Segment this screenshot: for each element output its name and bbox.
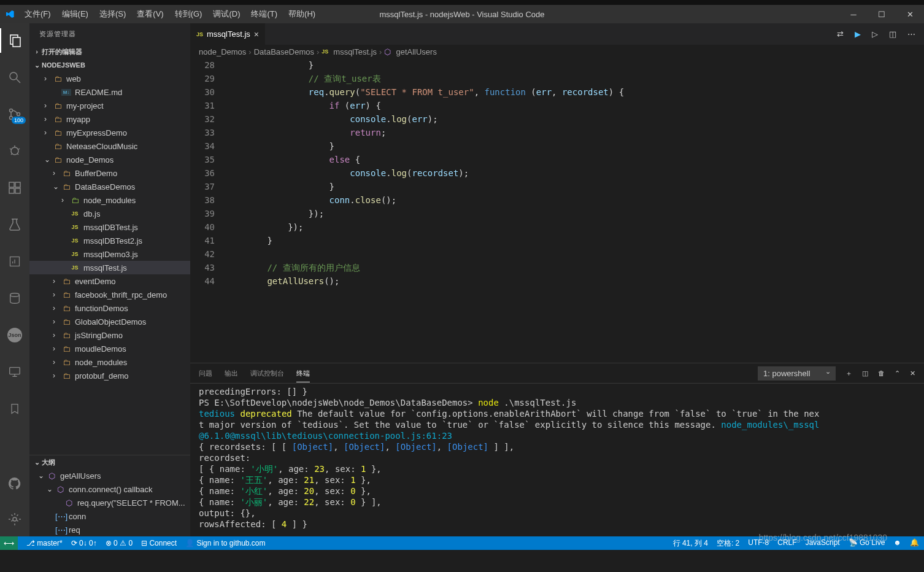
- go-live[interactable]: 📡 Go Live: [849, 538, 885, 549]
- breadcrumb-item[interactable]: DataBaseDemos: [254, 47, 314, 56]
- tree-item[interactable]: JSmssqlDBTest.js: [29, 220, 190, 234]
- remote-icon[interactable]: [0, 360, 29, 384]
- trash-icon[interactable]: 🗑: [878, 369, 885, 377]
- menu-item[interactable]: 转到(G): [170, 9, 207, 20]
- explorer-icon[interactable]: [0, 28, 29, 53]
- tree-item[interactable]: ›🗀protobuf_demo: [29, 369, 190, 382]
- outline-item[interactable]: [⋯]conn: [29, 509, 190, 523]
- outline-section[interactable]: ⌄大纲: [29, 455, 190, 469]
- indentation[interactable]: 空格: 2: [717, 538, 739, 549]
- npm-icon[interactable]: [0, 249, 29, 274]
- problems-status[interactable]: ⊗ 0 ⚠ 0: [106, 539, 133, 547]
- search-icon[interactable]: [0, 65, 29, 90]
- language-mode[interactable]: JavaScript: [806, 538, 840, 549]
- bookmark-icon[interactable]: [0, 396, 29, 421]
- tree-item[interactable]: ›🗀myapp: [29, 112, 190, 126]
- split-terminal-icon[interactable]: ◫: [862, 369, 868, 377]
- feedback-icon[interactable]: ☻: [893, 538, 901, 549]
- panel-tab[interactable]: 调试控制台: [250, 369, 284, 378]
- extensions-icon[interactable]: [0, 176, 29, 200]
- tree-item[interactable]: JSdb.js: [29, 207, 190, 220]
- tree-item[interactable]: M↓README.md: [29, 85, 190, 99]
- tree-item[interactable]: ›🗀myExpressDemo: [29, 126, 190, 139]
- tab-mssqltest[interactable]: JS mssqlTest.js ×: [190, 23, 265, 45]
- tree-item[interactable]: ›🗀BufferDemo: [29, 166, 190, 180]
- breadcrumbs[interactable]: node_Demos›DataBaseDemos›JSmssqlTest.js›…: [190, 45, 924, 58]
- settings-icon[interactable]: [0, 507, 29, 531]
- menu-item[interactable]: 选择(S): [94, 9, 131, 20]
- panel-tab[interactable]: 问题: [199, 369, 212, 378]
- tree-item[interactable]: JSmssqlDemo3.js: [29, 247, 190, 261]
- git-branch[interactable]: ⎇ master*: [26, 539, 63, 547]
- tree-item[interactable]: ⌄🗀DataBaseDemos: [29, 180, 190, 193]
- debug-icon[interactable]: [0, 139, 29, 163]
- tree-item[interactable]: ›🗀functionDemos: [29, 301, 190, 315]
- menu-item[interactable]: 编辑(E): [57, 9, 93, 20]
- new-terminal-icon[interactable]: ＋: [845, 369, 852, 378]
- breadcrumb-item[interactable]: getAllUsers: [396, 47, 436, 56]
- remote-indicator[interactable]: ⟷: [0, 536, 18, 550]
- method-icon: ⬡: [47, 471, 56, 481]
- panel-tab[interactable]: 终端: [296, 369, 310, 382]
- breadcrumb-item[interactable]: mssqlTest.js: [333, 47, 377, 56]
- close-tab-icon[interactable]: ×: [254, 29, 259, 39]
- outline-label: conn.connect() callback: [69, 485, 153, 494]
- panel-tab[interactable]: 输出: [225, 369, 238, 378]
- window-title: mssqlTest.js - nodejsWeb - Visual Studio…: [379, 10, 544, 19]
- outline-item[interactable]: ⬡req.query("SELECT * FROM...: [29, 496, 190, 509]
- outline-item[interactable]: ⌄⬡conn.connect() callback: [29, 482, 190, 496]
- tree-item[interactable]: ›🗀eventDemo: [29, 274, 190, 288]
- tree-item[interactable]: ›🗀node_modules: [29, 355, 190, 369]
- bell-icon[interactable]: 🔔: [910, 538, 919, 549]
- compare-icon[interactable]: ⇄: [837, 29, 844, 39]
- tree-item[interactable]: JSmssqlDBTest2.js: [29, 234, 190, 247]
- tree-item[interactable]: ›🗀facebook_thrift_rpc_demo: [29, 288, 190, 301]
- js-file-icon: JS: [70, 251, 80, 257]
- run-icon[interactable]: ▶: [855, 29, 861, 39]
- menu-item[interactable]: 查看(V): [132, 9, 168, 20]
- breadcrumb-item[interactable]: node_Demos: [199, 47, 246, 56]
- terminal-select[interactable]: 1: powershell: [758, 366, 836, 381]
- more-icon[interactable]: ⋯: [907, 29, 915, 39]
- open-editors-section[interactable]: ›打开的编辑器: [29, 45, 190, 58]
- project-section[interactable]: ⌄NODEJSWEB: [29, 58, 190, 72]
- github-icon[interactable]: [0, 471, 29, 496]
- outline-item[interactable]: ⌄⬡getAllUsers: [29, 469, 190, 482]
- code-editor[interactable]: 2829303132333435363738394041424344 } // …: [190, 58, 924, 363]
- tree-item[interactable]: ›🗀my-project: [29, 99, 190, 112]
- tree-item[interactable]: JSmssqlTest.js: [29, 261, 190, 274]
- tree-item[interactable]: ›🗀GlobalObjectDemos: [29, 315, 190, 328]
- tree-label: NeteaseCloudMusic: [66, 142, 137, 151]
- split-editor-icon[interactable]: ◫: [889, 29, 896, 39]
- outline-label: getAllUsers: [60, 471, 101, 481]
- beaker-icon[interactable]: [0, 212, 29, 237]
- close-button[interactable]: ✕: [896, 5, 924, 23]
- database-icon[interactable]: [0, 286, 29, 311]
- terminal[interactable]: precedingErrors: [] }PS E:\SoftDevelop\n…: [190, 384, 924, 536]
- tree-item[interactable]: ›🗀web: [29, 72, 190, 85]
- source-control-icon[interactable]: 100: [0, 102, 29, 126]
- menu-item[interactable]: 终端(T): [246, 9, 282, 20]
- cursor-position[interactable]: 行 41, 列 4: [673, 538, 708, 549]
- menu-item[interactable]: 调试(D): [208, 9, 245, 20]
- close-panel-icon[interactable]: ✕: [910, 369, 915, 377]
- connect-status[interactable]: ⊟ Connect: [141, 539, 177, 547]
- json-icon[interactable]: Json: [0, 323, 29, 347]
- outline-item[interactable]: [⋯]req: [29, 523, 190, 536]
- menu-item[interactable]: 帮助(H): [283, 9, 320, 20]
- github-signin[interactable]: 👤 Sign in to github.com: [185, 539, 265, 547]
- maximize-panel-icon[interactable]: ⌃: [895, 369, 900, 377]
- tree-item[interactable]: ⌄🗀node_Demos: [29, 153, 190, 166]
- encoding[interactable]: UTF-8: [748, 538, 769, 549]
- maximize-button[interactable]: ☐: [868, 5, 896, 23]
- git-sync[interactable]: ⟳ 0↓ 0↑: [71, 539, 97, 547]
- minimize-button[interactable]: ─: [839, 5, 868, 23]
- tree-item[interactable]: ›🗀node_modules: [29, 193, 190, 207]
- tree-item[interactable]: 🗀NeteaseCloudMusic: [29, 139, 190, 153]
- menu-item[interactable]: 文件(F): [20, 9, 56, 20]
- svg-rect-13: [9, 182, 14, 187]
- tree-item[interactable]: ›🗀jsStringDemo: [29, 328, 190, 342]
- eol[interactable]: CRLF: [777, 538, 796, 549]
- run-outline-icon[interactable]: ▷: [872, 29, 878, 39]
- tree-item[interactable]: ›🗀moudleDemos: [29, 342, 190, 355]
